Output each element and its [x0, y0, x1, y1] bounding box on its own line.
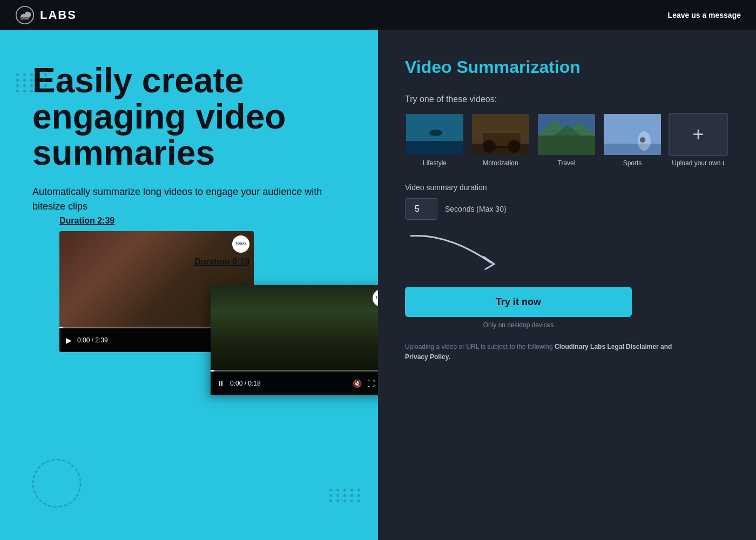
- motorization-label: Motorization: [483, 159, 518, 167]
- section-title: Video Summarization: [405, 57, 729, 77]
- duration-input-row: Seconds (Max 30): [405, 198, 729, 220]
- logo-area: LABS: [15, 5, 77, 25]
- thumbnail-sports[interactable]: Sports: [603, 113, 662, 167]
- disclaimer-text: Uploading a video or URL is subject to t…: [405, 342, 675, 362]
- thumbnail-upload[interactable]: + Upload your own ℹ: [669, 113, 728, 167]
- info-icon: ℹ: [723, 160, 725, 166]
- mute-icon-second[interactable]: 🔇: [353, 379, 362, 388]
- hero-title: Easily create engaging video summaries: [32, 63, 351, 172]
- leave-message-link[interactable]: Leave us a message: [668, 11, 741, 19]
- time-display-second: 0:00 / 0:18: [230, 380, 261, 387]
- svg-point-17: [640, 137, 645, 143]
- duration-input[interactable]: [405, 198, 437, 220]
- sports-visual: [604, 114, 661, 155]
- svg-point-9: [508, 140, 521, 153]
- thumb-img-sports: [603, 113, 662, 156]
- header: LABS Leave us a message: [0, 0, 756, 30]
- svg-point-8: [483, 140, 496, 153]
- second-video-wrapper: Duration 0:19 TODAY ⏸ 0:00 / 0:18: [194, 274, 378, 384]
- main-video-duration: Duration 2:39: [59, 216, 114, 226]
- second-video-controls: ⏸ 0:00 / 0:18 🔇 ⛶ ⋮: [211, 372, 378, 395]
- try-it-now-button[interactable]: Try it now: [405, 287, 632, 317]
- second-video-thumb: TODAY: [211, 285, 378, 372]
- lifestyle-visual: [406, 114, 463, 155]
- progress-fill: [59, 327, 63, 328]
- travel-label: Travel: [558, 159, 576, 167]
- moto-visual: [472, 114, 529, 155]
- duration-section: Video summary duration Seconds (Max 30): [405, 183, 729, 220]
- video-container: Duration 2:39 TODAY ▶ 0:00 / 2:39: [32, 231, 351, 393]
- thumbnail-travel[interactable]: Travel: [537, 113, 596, 167]
- svg-rect-1: [406, 114, 464, 141]
- svg-rect-15: [604, 114, 662, 144]
- upload-label: Upload your own ℹ: [672, 159, 724, 167]
- pause-button-second[interactable]: ⏸: [217, 379, 225, 388]
- lifestyle-svg: [406, 114, 464, 156]
- thumbnail-lifestyle[interactable]: Lifestyle: [405, 113, 464, 167]
- forest-scene: [211, 285, 378, 372]
- upload-box[interactable]: +: [669, 113, 728, 156]
- plus-icon: +: [692, 123, 704, 146]
- logo-text: LABS: [40, 8, 77, 22]
- progress-fill-2: [211, 370, 214, 372]
- lifestyle-label: Lifestyle: [423, 159, 447, 167]
- fullscreen-icon-second[interactable]: ⛶: [367, 379, 375, 388]
- thumb-img-travel: [537, 113, 596, 156]
- circle-decoration: [32, 459, 81, 508]
- moto-svg: [472, 114, 530, 156]
- video-thumbnails-row: Lifestyle Motorizatio: [405, 113, 729, 167]
- duration-title: Video summary duration: [405, 183, 729, 192]
- sports-label: Sports: [623, 159, 642, 167]
- cloudinary-icon: [15, 5, 35, 25]
- time-display-main: 0:00 / 2:39: [77, 336, 108, 344]
- controls-bar-second: ⏸ 0:00 / 0:18 🔇 ⛶ ⋮: [211, 372, 378, 395]
- only-desktop-text: Only on desktop devices: [405, 321, 632, 329]
- left-panel: Easily create engaging video summaries A…: [0, 30, 378, 540]
- arrow-decoration: [405, 231, 729, 276]
- thumbnail-motorization[interactable]: Motorization: [471, 113, 530, 167]
- right-panel: Video Summarization Try one of these vid…: [378, 30, 756, 540]
- travel-visual: [538, 114, 595, 155]
- dots-decoration-bottom: [329, 489, 362, 502]
- second-video-duration: Duration 0:19: [194, 257, 249, 267]
- main-layout: Easily create engaging video summaries A…: [0, 30, 756, 540]
- duration-hint: Seconds (Max 30): [445, 205, 507, 213]
- progress-bar-2: [211, 370, 378, 372]
- disclaimer-before: Uploading a video or URL is subject to t…: [405, 343, 555, 350]
- svg-point-3: [429, 130, 442, 136]
- second-video-card: TODAY ⏸ 0:00 / 0:18 🔇 ⛶ ⋮: [211, 285, 378, 395]
- svg-rect-2: [406, 141, 464, 156]
- play-button-main[interactable]: ▶: [66, 336, 72, 345]
- arrow-svg: [405, 231, 513, 274]
- thumb-img-lifestyle: [405, 113, 464, 156]
- try-label: Try one of these videos:: [405, 94, 729, 104]
- hero-subtitle: Automatically summarize long videos to e…: [32, 185, 351, 214]
- today-badge: TODAY: [232, 235, 249, 253]
- sports-svg: [604, 114, 662, 156]
- upload-label-text: Upload your own: [672, 159, 720, 167]
- svg-rect-11: [538, 136, 596, 156]
- travel-svg: [538, 114, 596, 156]
- thumb-img-motorization: [471, 113, 530, 156]
